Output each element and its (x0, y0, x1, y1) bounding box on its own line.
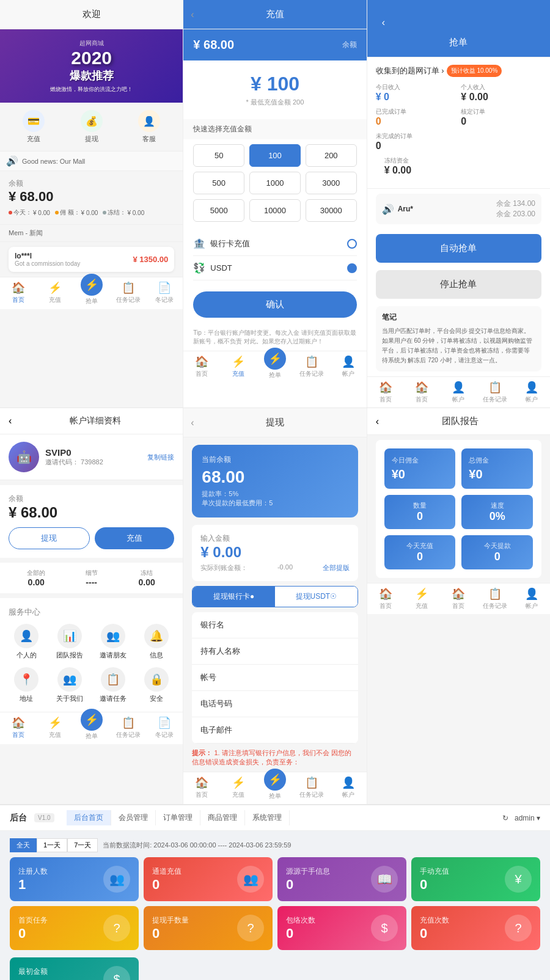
nav-recharge-tab[interactable]: ⚡ 充值 (37, 277, 73, 309)
amount-200[interactable]: 200 (306, 144, 357, 167)
payment-bank[interactable]: 🏦 银行卡充值 (193, 232, 356, 256)
stat-home-task-label: 首页任务 (18, 915, 48, 926)
nav-task-tab[interactable]: 📋 任务记录 (110, 277, 147, 309)
amount-500[interactable]: 500 (193, 172, 244, 194)
tm-nav-recharge[interactable]: ⚡ 充值 (404, 583, 441, 614)
right-nav-5[interactable]: 👤 帐户 (513, 377, 550, 408)
mid-panel-header: ‹ 充值 (183, 0, 366, 29)
amount-100[interactable]: 100 (249, 144, 301, 167)
stat-manual-label: 手动充值 (420, 866, 449, 877)
acc-grab-icon: ⚡ (81, 709, 103, 731)
copy-link[interactable]: 复制链接 (147, 453, 174, 462)
acc-nav-recharge[interactable]: ⚡ 充值 (37, 712, 73, 744)
service-personal[interactable]: 👤 个人的 (9, 624, 45, 660)
amount-50[interactable]: 50 (193, 144, 244, 167)
personal-income-value: ¥ 0.00 (461, 92, 541, 103)
stat-recharge-count-icon: ? (505, 915, 532, 942)
right-nav-1[interactable]: 🏠 首页 (367, 377, 404, 408)
admin-user[interactable]: admin ▾ (515, 814, 540, 822)
filter-7day[interactable]: 7一天 (67, 838, 98, 852)
service-about[interactable]: 👥 关于我们 (52, 667, 88, 703)
today-comm-label: 今日佣金 (392, 456, 449, 465)
tm-nav-account[interactable]: 👤 帐户 (513, 583, 550, 614)
admin-nav-dashboard[interactable]: 后台首页 (67, 810, 111, 825)
amount-10000[interactable]: 10000 (249, 199, 301, 222)
recharge-label: 充值 (27, 134, 40, 144)
notes-section: 笔记 当用户匹配订单时，平台会同步 提交订单信息给商家。如果用户在 60 分钟，… (376, 306, 541, 371)
acc-nav-home[interactable]: 🏠 首页 (0, 712, 37, 744)
admin-nav-orders[interactable]: 订单管理 (156, 810, 200, 825)
service-team[interactable]: 📊 团队报告 (52, 624, 88, 660)
mid-nav-account[interactable]: 👤 帐户 (330, 351, 367, 383)
tm-home-label: 首页 (380, 602, 392, 610)
acc-recharge-btn[interactable]: 充值 (95, 527, 175, 549)
mid-nav-recharge[interactable]: ⚡ 充值 (220, 351, 257, 383)
wd-nav-home[interactable]: 🏠 首页 (183, 772, 220, 804)
filter-all[interactable]: 全天 (10, 838, 37, 852)
admin-nav-system[interactable]: 系统管理 (245, 810, 290, 825)
method-bank[interactable]: 提现银行卡● (193, 587, 275, 607)
recharge-amount[interactable]: ¥ 100 (193, 73, 356, 95)
admin-nav-users[interactable]: 会员管理 (111, 810, 156, 825)
acc-nav-grab[interactable]: ⚡ 抢单 (73, 712, 110, 744)
wd-nav-account[interactable]: 👤 帐户 (330, 772, 367, 804)
team-count-stat: 数量 0 (384, 495, 456, 529)
wd-nav-recharge[interactable]: ⚡ 充值 (220, 772, 257, 804)
amount-30000[interactable]: 30000 (306, 199, 357, 222)
back-arrow-account[interactable]: ‹ (9, 415, 12, 426)
wd-nav-grab[interactable]: ⚡ 抢单 (257, 772, 293, 804)
filter-1day[interactable]: 1一天 (37, 838, 67, 852)
amount-5000[interactable]: 5000 (193, 199, 244, 222)
right-nav-1-label: 首页 (380, 395, 392, 404)
auto-grab-button[interactable]: 自动抢单 (376, 234, 541, 263)
tm-nav-home[interactable]: 🏠 首页 (367, 583, 404, 614)
right-nav-4[interactable]: 📋 任务记录 (477, 377, 513, 408)
right-nav-2[interactable]: 🏠 首页 (404, 377, 441, 408)
invite-code: 739882 (81, 458, 103, 466)
nav-recharge[interactable]: 💳 充值 (23, 110, 45, 144)
amount-1000[interactable]: 1000 (249, 172, 301, 194)
wd-nav-task[interactable]: 📋 任务记录 (293, 772, 330, 804)
nav-grab-tab[interactable]: ⚡ 抢单 (73, 277, 110, 309)
mid-nav-task[interactable]: 📋 任务记录 (293, 351, 330, 383)
method-usdt[interactable]: 提现USDT☉ (275, 587, 358, 607)
nav-home[interactable]: 🏠 首页 (0, 277, 37, 309)
nav-record-tab[interactable]: 📄 冬记录 (146, 277, 183, 309)
nav-service[interactable]: 👤 客服 (138, 110, 160, 144)
about-label: 关于我们 (56, 694, 83, 703)
service-address[interactable]: 📍 地址 (9, 667, 45, 703)
acc-withdraw-btn[interactable]: 提现 (9, 527, 90, 549)
service-invite-task[interactable]: 📋 邀请任务 (95, 667, 131, 703)
admin-version: V1.0 (34, 813, 54, 822)
right-back-arrow[interactable]: ‹ (372, 9, 545, 37)
acc-nav-record[interactable]: 📄 冬记录 (146, 712, 183, 744)
back-arrow-icon[interactable]: ‹ (191, 9, 194, 20)
acc-nav-task[interactable]: 📋 任务记录 (110, 712, 147, 744)
admin-nav-products[interactable]: 商品管理 (200, 810, 245, 825)
nav-withdraw[interactable]: 💰 提现 (81, 110, 103, 144)
user-info: Aru* (398, 205, 413, 213)
tm-nav-home2[interactable]: 🏠 首页 (440, 583, 477, 614)
service-invite[interactable]: 👥 邀请朋友 (95, 624, 131, 660)
invite-label: 邀请代码： (45, 458, 79, 466)
refresh-icon[interactable]: ↻ (502, 814, 508, 822)
right-nav-3[interactable]: 👤 帐户 (440, 377, 477, 408)
stop-grab-button[interactable]: 停止抢单 (376, 270, 541, 299)
account-header: ‹ 帐户详细资料 (0, 408, 183, 434)
full-version[interactable]: 全部提版 (323, 563, 350, 572)
invite-task-label: 邀请任务 (100, 694, 127, 703)
team-panel-header: ‹ 团队报告 (367, 408, 550, 435)
mid-nav-grab[interactable]: ⚡ 抢单 (257, 351, 293, 383)
withdraw-back-arrow[interactable]: ‹ (191, 417, 194, 428)
usdt-radio[interactable] (347, 263, 357, 273)
service-security[interactable]: 🔒 安全 (138, 667, 174, 703)
tm-nav-task[interactable]: 📋 任务记录 (477, 583, 513, 614)
mid-nav-home[interactable]: 🏠 首页 (183, 351, 220, 383)
withdraw-amount-input[interactable] (200, 544, 349, 561)
bank-radio[interactable] (347, 239, 357, 249)
payment-usdt[interactable]: 💱 USDT (193, 256, 356, 280)
service-notification[interactable]: 🔔 信息 (138, 624, 174, 660)
amount-3000[interactable]: 3000 (306, 172, 357, 194)
acc-balance-label: 余额 (9, 494, 174, 504)
confirm-button[interactable]: 确认 (193, 291, 356, 318)
